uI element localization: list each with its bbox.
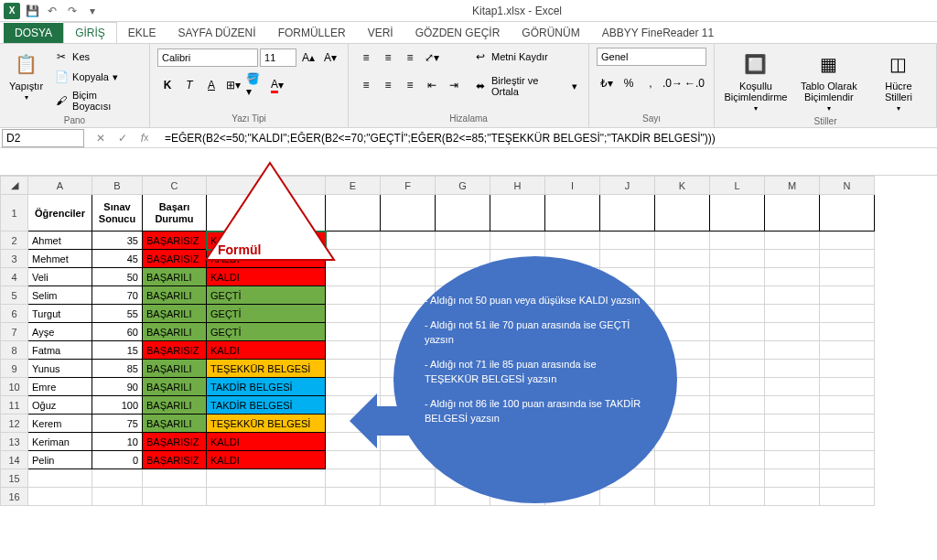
cell-empty[interactable] — [765, 323, 820, 341]
align-center-icon[interactable]: ≡ — [378, 75, 398, 95]
cell-empty[interactable] — [765, 305, 820, 323]
cell-score[interactable]: 70 — [92, 286, 143, 305]
cell-name[interactable]: Ahmet — [28, 232, 92, 250]
cell-empty[interactable] — [820, 250, 875, 268]
cell-status[interactable]: BAŞARISIZ — [143, 341, 207, 360]
cell-empty[interactable] — [710, 433, 765, 451]
row-header-3[interactable]: 3 — [1, 250, 28, 268]
row-header-2[interactable]: 2 — [1, 232, 28, 250]
cell-styles-button[interactable]: ◫ Hücre Stilleri ▾ — [868, 48, 929, 114]
align-right-icon[interactable]: ≡ — [400, 75, 420, 95]
cell-empty[interactable] — [765, 232, 820, 250]
column-header-L[interactable]: L — [710, 177, 765, 195]
decrease-font-icon[interactable]: A▾ — [320, 48, 340, 68]
copy-button[interactable]: 📄Kopyala ▾ — [50, 68, 142, 86]
column-header-M[interactable]: M — [765, 177, 820, 195]
tab-view[interactable]: GÖRÜNÜM — [511, 23, 590, 43]
cell-empty[interactable] — [143, 488, 207, 506]
cell-empty[interactable] — [820, 451, 875, 469]
currency-icon[interactable]: ₺▾ — [597, 73, 617, 93]
cell-empty[interactable] — [820, 305, 875, 323]
column-header-G[interactable]: G — [436, 177, 490, 195]
formula-input[interactable] — [159, 129, 937, 147]
cell-empty[interactable] — [600, 195, 655, 232]
cell-empty[interactable] — [710, 488, 765, 506]
cell-empty[interactable] — [765, 268, 820, 286]
increase-decimal-icon[interactable]: .0→ — [662, 73, 683, 93]
cell-empty[interactable] — [710, 341, 765, 360]
cell-empty[interactable] — [326, 469, 381, 488]
conditional-formatting-button[interactable]: 🔲 Koşullu Biçimlendirme ▾ — [722, 48, 790, 114]
cell-empty[interactable] — [765, 360, 820, 378]
column-header-A[interactable]: A — [28, 177, 92, 195]
row-header-16[interactable]: 16 — [1, 488, 28, 506]
cell-empty[interactable] — [765, 341, 820, 360]
cell-empty[interactable] — [326, 195, 381, 232]
fill-color-button[interactable]: 🪣▾ — [245, 75, 265, 95]
cell-empty[interactable] — [765, 378, 820, 396]
cell-empty[interactable] — [326, 232, 381, 250]
cell-result[interactable]: KALDI — [207, 232, 326, 250]
tab-home[interactable]: GİRİŞ — [63, 22, 117, 43]
cell-empty[interactable] — [436, 195, 490, 232]
cell-result[interactable]: KALDI — [207, 268, 326, 286]
align-left-icon[interactable]: ≡ — [356, 75, 376, 95]
cell-result[interactable]: KALDI — [207, 250, 326, 268]
name-box[interactable]: D2 — [2, 129, 84, 147]
cell-empty[interactable] — [710, 396, 765, 415]
cell-result[interactable]: KALDI — [207, 451, 326, 469]
cell-status[interactable]: BAŞARILI — [143, 286, 207, 305]
cell-name[interactable]: Turgut — [28, 305, 92, 323]
font-size-select[interactable] — [260, 48, 296, 67]
cell-empty[interactable] — [436, 232, 490, 250]
cell-empty[interactable] — [820, 378, 875, 396]
column-header-J[interactable]: J — [600, 177, 655, 195]
row-header-6[interactable]: 6 — [1, 305, 28, 323]
column-header-K[interactable]: K — [655, 177, 710, 195]
cell-result[interactable]: GEÇTİ — [207, 305, 326, 323]
cell-status[interactable]: BAŞARILI — [143, 268, 207, 286]
cell-empty[interactable] — [600, 232, 655, 250]
cell-status[interactable]: BAŞARILI — [143, 415, 207, 433]
wrap-text-button[interactable]: ↩Metni Kaydır — [469, 48, 581, 66]
increase-font-icon[interactable]: A▴ — [298, 48, 318, 68]
cell-empty[interactable] — [326, 360, 381, 378]
cell-score[interactable]: 50 — [92, 268, 143, 286]
tab-file[interactable]: DOSYA — [4, 23, 63, 43]
cell-empty[interactable] — [207, 488, 326, 506]
cell-empty[interactable] — [765, 250, 820, 268]
cell-empty[interactable] — [326, 305, 381, 323]
cell-name[interactable]: Selim — [28, 286, 92, 305]
cell-score[interactable]: 45 — [92, 250, 143, 268]
cell-empty[interactable] — [143, 469, 207, 488]
cell-result[interactable]: TAKDİR BELGESİ — [207, 378, 326, 396]
cell-status[interactable]: BAŞARILI — [143, 378, 207, 396]
cell-name[interactable]: Yunus — [28, 360, 92, 378]
align-middle-icon[interactable]: ≡ — [378, 48, 398, 68]
decrease-decimal-icon[interactable]: ←.0 — [684, 73, 705, 93]
format-painter-button[interactable]: 🖌Biçim Boyacısı — [50, 88, 142, 113]
cell-status[interactable]: BAŞARILI — [143, 323, 207, 341]
cell-empty[interactable] — [820, 396, 875, 415]
cell-empty[interactable] — [820, 488, 875, 506]
cell-empty[interactable] — [710, 323, 765, 341]
save-icon[interactable]: 💾 — [24, 3, 40, 19]
cell-empty[interactable] — [820, 469, 875, 488]
row-header-14[interactable]: 14 — [1, 451, 28, 469]
fx-icon[interactable]: fx — [134, 129, 156, 147]
cell-empty[interactable] — [710, 415, 765, 433]
row-header-1[interactable]: 1 — [1, 195, 28, 232]
column-header-N[interactable]: N — [820, 177, 875, 195]
qat-dropdown-icon[interactable]: ▾ — [84, 3, 101, 19]
cell-empty[interactable] — [710, 451, 765, 469]
row-header-7[interactable]: 7 — [1, 323, 28, 341]
cell-empty[interactable] — [326, 451, 381, 469]
cell-empty[interactable] — [765, 396, 820, 415]
header-formula[interactable] — [207, 195, 326, 232]
cell-name[interactable]: Oğuz — [28, 396, 92, 415]
cell-status[interactable]: BAŞARILI — [143, 396, 207, 415]
cell-name[interactable]: Mehmet — [28, 250, 92, 268]
cell-empty[interactable] — [92, 469, 143, 488]
cell-empty[interactable] — [490, 195, 545, 232]
cell-result[interactable]: KALDI — [207, 433, 326, 451]
